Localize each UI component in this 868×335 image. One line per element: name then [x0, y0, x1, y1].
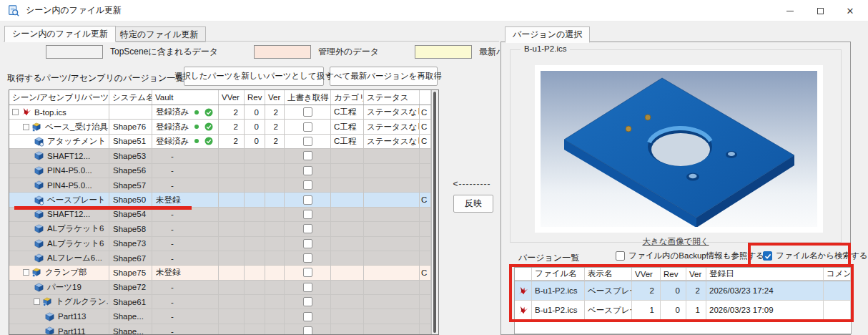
backup-info-checkbox[interactable] [616, 251, 625, 261]
parts-table-row[interactable]: ベースプレートShape50未登録C [9, 193, 438, 207]
backup-info-checkbox-group[interactable]: ファイル内のBackup情報も参照する [616, 251, 764, 261]
version-table-row[interactable]: B-u1-P2.icsベースプレート1012026/03/23 17:09 [515, 301, 851, 320]
parts-table-row[interactable]: PIN4-P5.0...Shape56- [9, 164, 438, 178]
cell-ver [265, 208, 285, 222]
cell-system-name: Shape57 [109, 178, 152, 193]
part-name-label: アタッチメント [47, 136, 106, 147]
tab-version-select[interactable]: バージョンの選択 [505, 26, 590, 43]
parts-table-row[interactable]: SHAFT12...Shape54- [9, 208, 438, 222]
scrollbar-thumb[interactable] [433, 92, 436, 333]
minimize-button[interactable] [775, 0, 805, 21]
apply-button[interactable]: 反映 [453, 195, 493, 213]
overwrite-checkbox[interactable] [303, 326, 312, 335]
cell-category [331, 237, 364, 251]
cell-status [364, 295, 420, 309]
cell-category [331, 251, 364, 266]
vertical-scrollbar[interactable] [431, 90, 438, 334]
cell-system-name: Shape56 [109, 164, 152, 178]
overwrite-checkbox[interactable] [303, 180, 312, 190]
parts-table-row[interactable]: クランプ部Shape75未登録C [9, 266, 438, 280]
overwrite-checkbox[interactable] [303, 137, 312, 146]
cell-vver [219, 281, 245, 295]
parts-table-row[interactable]: Part113Shape...- [9, 309, 438, 324]
cell-ver [265, 193, 285, 207]
cell-extra [420, 324, 431, 335]
cell-extra: C [420, 120, 431, 134]
tree-checkbox[interactable] [12, 109, 19, 115]
part-icon [34, 180, 44, 190]
cell-ver [265, 309, 285, 324]
version-column-header: Rev [661, 268, 686, 281]
cell-category [331, 222, 364, 236]
cell-ver [265, 237, 285, 251]
cell-vault-status: - [152, 208, 219, 222]
overwrite-checkbox[interactable] [303, 166, 312, 175]
parts-table-row[interactable]: Part111Shape...- [9, 324, 438, 335]
cell-overwrite [285, 135, 331, 149]
cell-part-name: ALブラケット6 [9, 237, 109, 251]
parts-table-row[interactable]: ALブラケット6Shape73- [9, 237, 438, 251]
part-name-label: Part111 [58, 327, 86, 335]
parts-table-row[interactable]: B-top.ics登録済み202C工程ステータスなしC [9, 105, 438, 120]
overwrite-checkbox[interactable] [303, 151, 312, 160]
overwrite-checkbox[interactable] [303, 268, 312, 277]
parts-table-header: シーン/アセンブリ/パーツ名システム名VaultVVerRevVer上書き取得カ… [9, 90, 438, 105]
overwrite-checkbox[interactable] [303, 122, 312, 132]
cell-rev: 0 [661, 301, 686, 320]
parts-table-row[interactable]: SHAFT12...Shape53- [9, 149, 438, 163]
parts-table-body: B-top.ics登録済み202C工程ステータスなしCベース_受け治具Shape… [9, 105, 438, 335]
cell-overwrite [285, 324, 331, 335]
cell-rev [245, 208, 265, 222]
overwrite-checkbox[interactable] [303, 239, 312, 248]
cell-status [364, 266, 420, 280]
close-button[interactable]: ✕ [835, 0, 865, 21]
part-name-label: パーツ19 [47, 282, 82, 293]
cell-vault-status: - [152, 149, 219, 163]
cell-category: C工程 [331, 120, 364, 134]
parts-table-row[interactable]: PIN4-P5.0...Shape57- [9, 178, 438, 193]
parts-table-row[interactable]: パーツ19Shape72- [9, 281, 438, 295]
overwrite-checkbox[interactable] [303, 297, 312, 306]
cell-rev [245, 149, 265, 163]
maximize-button[interactable] [805, 0, 835, 21]
search-by-filename-checkbox-group[interactable]: ファイル名から検索する [763, 251, 868, 261]
overwrite-checkbox[interactable] [303, 224, 312, 233]
overwrite-checkbox[interactable] [303, 253, 312, 263]
overwrite-checkbox[interactable] [303, 210, 312, 219]
cell-extra: C [420, 193, 431, 207]
parts-table-row[interactable]: ALブラケット6Shape58- [9, 222, 438, 236]
legend-swatch-not-latest [415, 45, 472, 59]
overwrite-checkbox[interactable] [303, 107, 312, 117]
close-icon: ✕ [847, 6, 854, 16]
backup-info-checkbox-label: ファイル内のBackup情報も参照する [628, 251, 764, 261]
overwrite-checkbox[interactable] [303, 312, 312, 321]
tree-checkbox[interactable] [23, 124, 29, 130]
reget-latest-version-button[interactable]: すべて最新バージョンを再取得 [330, 67, 438, 86]
search-by-filename-checkbox[interactable] [763, 251, 772, 261]
tab-specific-file-update[interactable]: 特定のファイル更新 [112, 26, 206, 42]
version-table-row[interactable]: B-u1-P2.icsベースプレート2022026/03/23 17:24 [515, 281, 851, 301]
cell-ver [265, 251, 285, 266]
overwrite-checkbox[interactable] [303, 283, 312, 292]
overwrite-checkbox[interactable] [303, 195, 312, 205]
cell-rev [245, 178, 265, 193]
tree-checkbox[interactable] [23, 269, 29, 276]
cell-system-name: Shape58 [109, 222, 152, 236]
tree-checkbox[interactable] [34, 298, 40, 305]
open-large-image-link[interactable]: 大きな画像で開く [511, 236, 841, 247]
cell-vault-status: 未登録 [152, 193, 219, 207]
parts-table-row[interactable]: トグルクラン...Shape61- [9, 295, 438, 309]
part-name-label: ALフレーム6... [47, 253, 102, 263]
cell-rev: 0 [245, 135, 265, 149]
cell-system-name: Shape72 [109, 281, 152, 295]
treat-as-new-part-button[interactable]: 選択したパーツを新しいパーツとして扱う [184, 67, 324, 86]
cell-vver [219, 324, 245, 335]
base-plate-3d-render [541, 71, 817, 227]
parts-table-row[interactable]: ベース_受け治具Shape76登録済み202C工程ステータスなしC [9, 120, 438, 134]
parts-table-row[interactable]: アタッチメントShape51登録済み202C工程ステータスなしC [9, 135, 438, 149]
cell-system-name: Shape50 [109, 193, 152, 207]
tab-scene-file-update[interactable]: シーン内のファイル更新 [4, 26, 116, 42]
parts-table-row[interactable]: ALフレーム6...Shape67- [9, 251, 438, 266]
part-icon [34, 223, 44, 234]
parts-column-header: Vault [152, 90, 219, 105]
